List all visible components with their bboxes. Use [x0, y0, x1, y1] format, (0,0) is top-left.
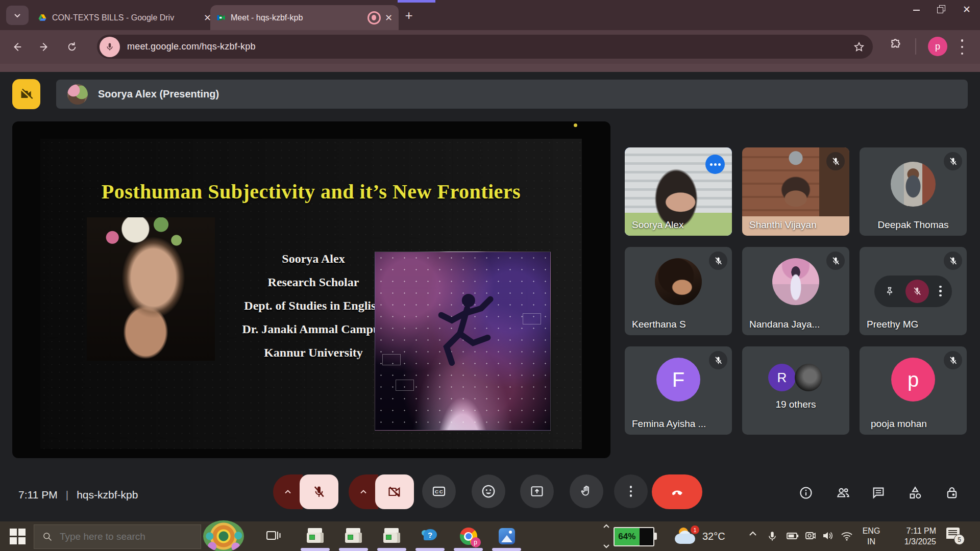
extensions-icon[interactable] [889, 38, 902, 52]
pin-icon[interactable] [885, 286, 895, 296]
running-indicator [492, 548, 521, 551]
end-call-button[interactable] [652, 474, 702, 509]
host-controls-button[interactable] [942, 483, 962, 503]
meeting-details-button[interactable] [796, 483, 816, 503]
tray-volume-icon[interactable] [822, 530, 834, 541]
recording-indicator-icon [368, 11, 381, 24]
tab-search-button[interactable] [6, 6, 29, 25]
presentation-tile[interactable]: Posthuman Subjectivity and it’s New Fron… [12, 121, 610, 458]
url-text[interactable]: meet.google.com/hqs-kzbf-kpb [127, 41, 853, 52]
participant-photo-avatar [891, 162, 936, 207]
notification-count-badge: 5 [954, 534, 965, 545]
taskbar-app-printer-1[interactable] [296, 521, 334, 551]
mic-permission-icon[interactable] [100, 37, 120, 57]
mic-mute-button[interactable] [300, 474, 338, 509]
action-center-button[interactable]: 5 [946, 528, 964, 544]
participant-tile[interactable]: Shanthi Vijayan [742, 147, 849, 236]
taskbar-scroll-arrows[interactable] [600, 523, 612, 549]
weather-widget[interactable]: 1 32°C [675, 524, 736, 548]
participant-tile[interactable]: Soorya Alex [625, 147, 732, 236]
tray-battery-icon[interactable] [786, 530, 799, 541]
slide-human-figure [431, 283, 498, 385]
mic-muted-icon [944, 152, 962, 170]
group-photo-avatar [795, 364, 822, 391]
raise-hand-button[interactable] [570, 474, 603, 508]
participant-name: pooja mohan [871, 418, 927, 430]
start-button[interactable] [8, 528, 27, 544]
taskbar-app-photos[interactable] [487, 521, 526, 551]
search-icon [42, 532, 53, 542]
new-tab-button[interactable]: + [401, 7, 417, 23]
screen: CON-TEXTS BILLS - Google Driv ✕ Meet - h… [0, 0, 980, 551]
camera-options-chevron-button[interactable] [349, 474, 378, 509]
group-avatars: R [768, 364, 823, 392]
tile-more-options-button[interactable] [705, 155, 725, 174]
present-screen-button[interactable] [520, 474, 554, 508]
url-bar[interactable]: meet.google.com/hqs-kzbf-kpb [97, 35, 873, 59]
search-highlight-ornament[interactable] [203, 520, 244, 551]
chevron-down-icon [13, 11, 21, 19]
language-code: ENG [859, 525, 884, 536]
reactions-button[interactable] [472, 474, 505, 508]
participant-tile[interactable]: F Femina Ayisha ... [625, 346, 732, 435]
tray-wifi-icon[interactable] [840, 530, 853, 541]
people-button[interactable]: 28 [833, 483, 853, 503]
slide-yellow-dot [574, 123, 577, 127]
bookmark-star-icon[interactable] [853, 41, 865, 53]
taskbar-app-printer-2[interactable] [334, 521, 373, 551]
meeting-info: 7:11 PM | hqs-kzbf-kpb [18, 489, 138, 501]
chat-button[interactable] [868, 483, 889, 503]
chrome-profile-badge: p [471, 537, 481, 547]
profile-avatar[interactable]: p [928, 37, 947, 56]
tab-drive[interactable]: CON-TEXTS BILLS - Google Driv ✕ [32, 5, 217, 30]
task-view-button[interactable] [265, 529, 283, 544]
more-options-button[interactable] [614, 474, 648, 508]
meet-control-bar: 7:11 PM | hqs-kzbf-kpb CC [0, 474, 980, 521]
activities-button[interactable] [905, 483, 925, 503]
reload-icon[interactable] [62, 37, 82, 57]
camera-off-chip-icon [12, 79, 40, 109]
participant-tile[interactable]: Nandana Jaya... [742, 247, 849, 335]
tab-close-icon[interactable]: ✕ [385, 12, 393, 23]
captions-button[interactable]: CC [422, 474, 456, 508]
camera-mute-button[interactable] [375, 474, 414, 509]
forward-icon[interactable] [35, 37, 54, 57]
taskbar-app-printer-3[interactable] [373, 521, 411, 551]
tile-kebab-icon[interactable] [939, 286, 942, 297]
tab-strip: CON-TEXTS BILLS - Google Driv ✕ Meet - h… [0, 0, 980, 30]
participant-muted-button[interactable] [905, 280, 929, 303]
tray-clock[interactable]: 7:11 PM 1/3/2025 [889, 525, 936, 547]
tray-mic-icon[interactable] [767, 530, 778, 542]
tray-camera-icon[interactable] [804, 530, 817, 541]
language-indicator[interactable]: ENG IN [859, 525, 884, 547]
tray-show-hidden-icons[interactable] [748, 530, 757, 537]
temperature-label: 32°C [702, 531, 725, 542]
tab-meet[interactable]: Meet - hqs-kzbf-kpb ✕ [210, 5, 399, 30]
participant-tile[interactable]: Keerthana S [625, 247, 732, 335]
minimize-button-icon[interactable] [913, 5, 920, 11]
participant-name: Nandana Jaya... [749, 319, 820, 330]
back-icon[interactable] [7, 37, 27, 57]
running-indicator [415, 548, 445, 551]
weather-alert-badge: 1 [691, 525, 699, 534]
taskbar-app-help[interactable]: ? [411, 521, 449, 551]
participant-tile[interactable]: p pooja mohan [860, 346, 967, 435]
taskbar-app-chrome[interactable]: p [449, 521, 487, 551]
restore-button-icon[interactable] [937, 5, 945, 13]
participant-tile[interactable]: Preethy MG [860, 247, 967, 335]
close-button-icon[interactable]: ✕ [963, 5, 971, 13]
search-input[interactable] [59, 531, 183, 543]
browser-menu-icon[interactable] [961, 39, 964, 55]
participant-name: Preethy MG [867, 319, 918, 330]
participant-tile-others[interactable]: R 19 others [742, 346, 849, 435]
participant-tile[interactable]: Deepak Thomas [860, 147, 967, 236]
slide: Posthuman Subjectivity and it’s New Fron… [40, 139, 582, 449]
svg-text:C: C [439, 489, 443, 494]
battery-percent-label: 64% [615, 528, 640, 545]
taskbar-search[interactable] [34, 524, 201, 549]
running-indicator [377, 548, 406, 551]
battery-percent-widget[interactable]: 64% [614, 527, 654, 546]
slide-collage-image [87, 217, 215, 361]
mic-options-chevron-button[interactable] [273, 474, 303, 509]
printer-app-icon [307, 528, 324, 544]
